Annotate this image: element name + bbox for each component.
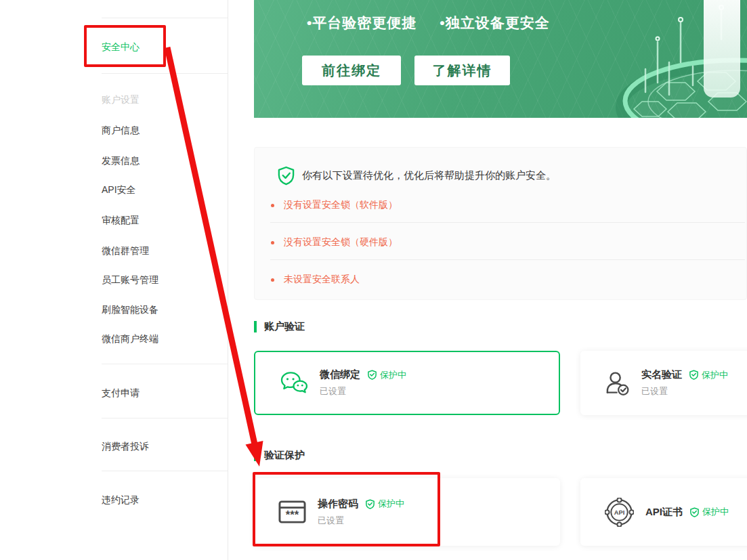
notice-item-softlock[interactable]: 没有设置安全锁（软件版） — [271, 199, 398, 211]
notice-item-label: 未设置安全联系人 — [284, 274, 360, 286]
status-badge: 保护中 — [367, 369, 406, 381]
sidebar-item-review-config[interactable]: 审核配置 — [102, 214, 140, 226]
card-title: 微信绑定 — [320, 368, 360, 381]
sidebar-item-api-security[interactable]: API安全 — [102, 184, 136, 196]
learn-more-button[interactable]: 了解详情 — [414, 56, 510, 85]
card-title: 操作密码 — [318, 498, 358, 511]
notice-message: 你有以下设置待优化，优化后将帮助提升你的账户安全。 — [302, 169, 556, 182]
status-badge: 保护中 — [365, 498, 404, 510]
section-title-account-verification: 账户验证 — [264, 320, 305, 333]
security-notice-panel: 你有以下设置待优化，优化后将帮助提升你的账户安全。 没有设置安全锁（软件版） 没… — [254, 147, 747, 300]
sidebar-item-merchant-terminal[interactable]: 微信商户终端 — [102, 332, 158, 345]
section-accent-bar — [254, 321, 257, 332]
card-subtitle: 已设置 — [318, 515, 404, 527]
notice-divider — [270, 259, 745, 260]
sidebar-item-payment-apply[interactable]: 支付申请 — [102, 387, 140, 399]
banner-illustration — [564, 0, 747, 118]
sidebar-item-face-devices[interactable]: 刷脸智能设备 — [102, 303, 158, 316]
card-operation-password[interactable]: *** 操作密码 保护中 已设置 — [254, 478, 560, 546]
card-subtitle: 已设置 — [641, 385, 728, 397]
status-badge: 保护中 — [689, 506, 729, 518]
sidebar-divider — [102, 471, 228, 471]
sidebar-item-account-settings[interactable]: 账户设置 — [102, 93, 140, 106]
status-badge: 保护中 — [689, 369, 728, 381]
go-bind-button[interactable]: 前往绑定 — [302, 56, 401, 85]
shield-small-icon — [367, 370, 377, 380]
sidebar-divider — [102, 418, 228, 418]
sidebar-divider — [102, 73, 228, 74]
sidebar-item-merchant-info[interactable]: 商户信息 — [102, 124, 140, 136]
shield-small-icon — [365, 499, 375, 509]
banner-headline: •平台验密更便捷 •独立设备更安全 — [307, 14, 550, 33]
bullet-dot-icon — [271, 204, 274, 207]
status-label: 保护中 — [378, 498, 404, 510]
sidebar-divider — [102, 364, 228, 364]
sidebar-right-border — [228, 0, 228, 560]
sidebar-item-security-center[interactable]: 安全中心 — [102, 41, 140, 53]
banner-buttons: 前往绑定 了解详情 — [302, 56, 510, 85]
person-check-icon — [605, 370, 630, 396]
notice-divider — [270, 222, 745, 223]
card-title: API证书 — [645, 506, 683, 519]
status-label: 保护中 — [380, 369, 406, 381]
page: 安全中心 账户设置 商户信息 发票信息 API安全 审核配置 微信群管理 员工账… — [0, 0, 747, 560]
sidebar-item-staff-accounts[interactable]: 员工账号管理 — [102, 274, 158, 286]
notice-item-label: 没有设置安全锁（硬件版） — [284, 236, 398, 249]
svg-text:***: *** — [286, 509, 299, 521]
card-subtitle: 已设置 — [320, 385, 406, 397]
sidebar-divider — [102, 18, 228, 18]
sidebar-item-invoice-info[interactable]: 发票信息 — [102, 154, 140, 167]
section-accent-bar — [254, 450, 257, 461]
sidebar-item-consumer-complaints[interactable]: 消费者投诉 — [102, 440, 149, 452]
notice-item-contact[interactable]: 未设置安全联系人 — [271, 274, 360, 286]
promo-banner: •平台验密更便捷 •独立设备更安全 前往绑定 了解详情 — [254, 0, 747, 118]
api-seal-icon: API — [605, 498, 634, 527]
wechat-icon — [280, 371, 308, 395]
shield-small-icon — [689, 507, 700, 517]
bullet-dot-icon — [271, 241, 274, 244]
notice-item-label: 没有设置安全锁（软件版） — [284, 199, 398, 211]
banner-bullet-1: •平台验密更便捷 — [307, 14, 417, 33]
notice-item-hardlock[interactable]: 没有设置安全锁（硬件版） — [271, 236, 398, 249]
sidebar-item-violation-records[interactable]: 违约记录 — [102, 494, 140, 506]
status-label: 保护中 — [702, 506, 729, 518]
svg-text:API: API — [614, 509, 624, 515]
shield-check-icon — [277, 166, 295, 186]
card-title: 实名验证 — [641, 368, 682, 381]
password-window-icon: *** — [278, 500, 306, 524]
card-api-certificate[interactable]: API API证书 保护中 — [580, 478, 747, 546]
banner-bullet-2: •独立设备更安全 — [440, 14, 549, 33]
card-realname-verification[interactable]: 实名验证 保护中 已设置 — [580, 351, 747, 415]
section-title-verification-protection: 验证保护 — [264, 449, 305, 462]
bullet-dot-icon — [271, 278, 274, 282]
status-label: 保护中 — [702, 369, 728, 381]
sidebar-item-wechat-groups[interactable]: 微信群管理 — [102, 244, 149, 257]
card-wechat-binding[interactable]: 微信绑定 保护中 已设置 — [254, 351, 560, 415]
shield-small-icon — [689, 370, 699, 380]
